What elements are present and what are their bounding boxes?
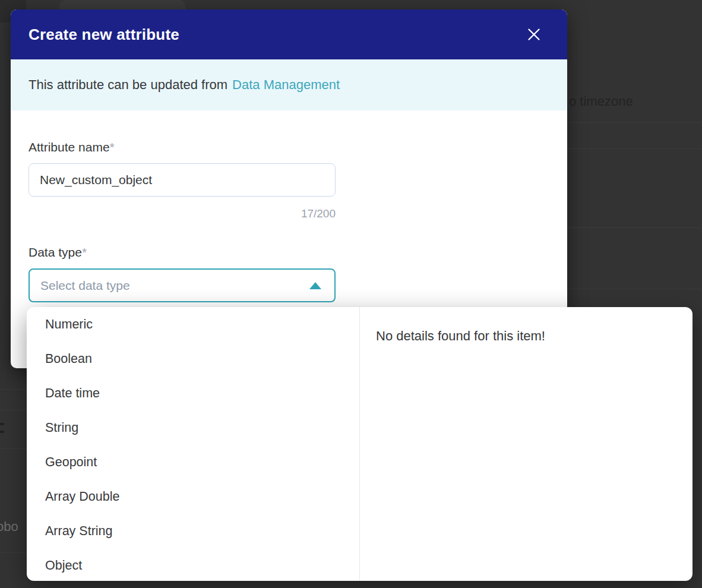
data-type-option[interactable]: String [27, 410, 359, 445]
data-type-option[interactable]: Geopoint [27, 445, 359, 479]
backdrop-row-divider [567, 227, 702, 228]
data-type-dropdown: NumericBooleanDate timeStringGeopointArr… [27, 307, 692, 581]
backdrop-row-divider [567, 122, 702, 123]
data-type-label: Data type* [29, 245, 549, 260]
modal-title: Create new attribute [29, 26, 523, 44]
required-marker: * [82, 245, 87, 259]
option-details-pane: No details found for this item! [360, 307, 692, 581]
data-type-placeholder: Select data type [40, 279, 309, 293]
info-banner-text: This attribute can be updated from [29, 77, 227, 93]
backdrop-row-divider [0, 410, 27, 410]
backdrop-text-obo: obo [0, 519, 18, 535]
modal-body: Attribute name* 17/200 Data type* Select… [11, 140, 567, 302]
data-type-option-list: NumericBooleanDate timeStringGeopointArr… [27, 307, 360, 581]
backdrop-row-divider [0, 448, 27, 449]
data-management-link[interactable]: Data Management [232, 77, 340, 93]
required-marker: * [110, 140, 115, 154]
data-type-option[interactable]: Date time [27, 376, 359, 410]
backdrop-row-divider [0, 552, 27, 553]
data-type-option[interactable]: Boolean [27, 342, 359, 376]
data-type-option[interactable]: Array String [27, 514, 359, 548]
attribute-name-input[interactable] [29, 163, 336, 197]
char-counter: 17/200 [29, 207, 336, 220]
backdrop-card-top [59, 0, 185, 10]
data-type-option[interactable]: Numeric [27, 307, 359, 342]
attribute-name-label: Attribute name* [29, 140, 549, 154]
close-button[interactable] [523, 24, 545, 45]
close-icon [527, 28, 540, 41]
backdrop-row-divider [567, 289, 702, 289]
backdrop-list-marks [0, 423, 4, 435]
backdrop-text-timezone: o timezone [569, 94, 633, 109]
modal-header: Create new attribute [11, 10, 567, 59]
chevron-up-icon [309, 282, 321, 289]
data-type-select[interactable]: Select data type [29, 268, 336, 302]
data-type-option[interactable]: Array Double [27, 479, 359, 514]
info-banner: This attribute can be updated from Data … [11, 59, 567, 110]
backdrop-row-divider [0, 389, 27, 390]
data-type-option[interactable]: Object [27, 548, 359, 581]
no-details-message: No details found for this item! [376, 328, 675, 344]
backdrop-row-divider [567, 148, 702, 149]
